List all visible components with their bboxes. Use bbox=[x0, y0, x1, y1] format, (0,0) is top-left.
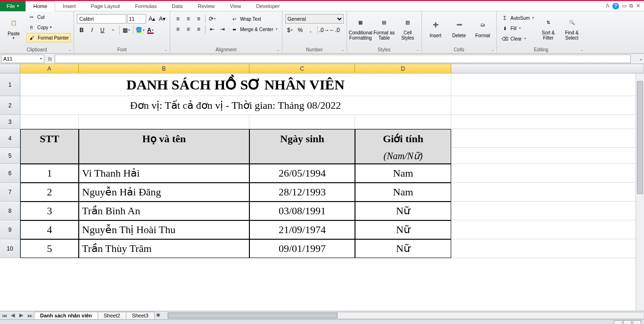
cell-stt[interactable]: 2 bbox=[20, 183, 79, 202]
header-gender-sub[interactable]: (Nam/Nữ) bbox=[355, 148, 451, 164]
format-painter-button[interactable]: 🖌Format Painter bbox=[26, 33, 71, 42]
horizontal-scrollbar[interactable] bbox=[167, 312, 644, 319]
merge-center-button[interactable]: ⬌Merge & Center bbox=[229, 24, 279, 34]
cell-styles-button[interactable]: ▧Cell Styles bbox=[397, 12, 419, 43]
header-dob-2[interactable] bbox=[249, 148, 355, 164]
delete-cells-button[interactable]: ➖Delete bbox=[448, 12, 470, 43]
normal-view-icon[interactable] bbox=[614, 320, 622, 324]
tab-developer[interactable]: Developer bbox=[248, 1, 287, 11]
sheet-nav-prev[interactable]: ◀ bbox=[8, 312, 17, 318]
cell-name[interactable]: Trần Bình An bbox=[79, 202, 249, 220]
name-box[interactable]: A11 bbox=[1, 55, 44, 63]
increase-decimal-icon[interactable]: .0→ bbox=[320, 25, 329, 35]
format-as-table-button[interactable]: ▤Format as Table bbox=[373, 12, 395, 43]
cell-dob[interactable]: 28/12/1993 bbox=[249, 183, 355, 202]
decrease-font-icon[interactable]: A▾ bbox=[157, 14, 167, 24]
conditional-formatting-button[interactable]: ▦Conditional Formatting bbox=[350, 12, 372, 43]
vertical-scrollbar[interactable] bbox=[636, 73, 644, 311]
row-header[interactable]: 4 bbox=[0, 129, 20, 148]
cell[interactable] bbox=[451, 129, 644, 148]
sheet-nav-last[interactable]: ⏭ bbox=[25, 313, 34, 318]
align-bottom-icon[interactable]: ≡ bbox=[194, 14, 203, 24]
align-left-icon[interactable]: ≡ bbox=[173, 24, 182, 34]
tab-view[interactable]: View bbox=[223, 1, 249, 11]
worksheet-grid[interactable]: A B C D 1 DANH SÁCH HỒ SƠ NHÂN VIÊN 2 Đơ… bbox=[0, 64, 644, 311]
title-cell[interactable]: DANH SÁCH HỒ SƠ NHÂN VIÊN bbox=[20, 73, 451, 96]
header-name-2[interactable] bbox=[79, 148, 249, 164]
tab-review[interactable]: Review bbox=[190, 1, 222, 11]
clear-button[interactable]: ⌫Clear bbox=[500, 34, 536, 43]
tab-data[interactable]: Data bbox=[164, 1, 190, 11]
cell-stt[interactable]: 3 bbox=[20, 202, 79, 220]
cell[interactable] bbox=[451, 115, 644, 129]
number-format-select[interactable]: General bbox=[285, 14, 344, 24]
cell-dob[interactable]: 21/09/1974 bbox=[249, 220, 355, 239]
tab-page-layout[interactable]: Page Layout bbox=[83, 1, 128, 11]
row-header[interactable]: 3 bbox=[0, 115, 20, 129]
fill-button[interactable]: ⬇Fill bbox=[500, 24, 536, 33]
row-header[interactable]: 6 bbox=[0, 164, 20, 183]
new-sheet-button[interactable]: ✱ bbox=[154, 312, 163, 318]
cell[interactable] bbox=[451, 164, 644, 183]
format-cells-button[interactable]: 🗂Format bbox=[472, 12, 494, 43]
col-header-a[interactable]: A bbox=[20, 64, 79, 73]
expand-formula-bar-icon[interactable]: ⌄ bbox=[637, 56, 644, 62]
cell-stt[interactable]: 5 bbox=[20, 239, 79, 258]
insert-cells-button[interactable]: ➕Insert bbox=[425, 12, 446, 43]
cell[interactable] bbox=[451, 183, 644, 202]
tab-formulas[interactable]: Formulas bbox=[127, 1, 164, 11]
col-header-c[interactable]: C bbox=[249, 64, 355, 73]
wrap-text-button[interactable]: ↩Wrap Text bbox=[229, 14, 279, 24]
select-all-corner[interactable] bbox=[0, 64, 20, 73]
sheet-nav-next[interactable]: ▶ bbox=[17, 312, 25, 318]
page-break-view-icon[interactable] bbox=[633, 320, 641, 324]
page-layout-view-icon[interactable] bbox=[623, 320, 632, 324]
accounting-format-button[interactable]: $ bbox=[285, 25, 295, 35]
comma-format-button[interactable]: , bbox=[306, 25, 315, 35]
cell-name[interactable]: Vi Thanh Hải bbox=[79, 164, 249, 183]
close-icon[interactable]: ✕ bbox=[636, 3, 640, 9]
cell-gender[interactable]: Nữ bbox=[355, 202, 451, 220]
tab-insert[interactable]: Insert bbox=[55, 1, 83, 11]
border-button[interactable]: ▦ bbox=[122, 25, 131, 35]
cell-gender[interactable]: Nam bbox=[355, 164, 451, 183]
align-center-icon[interactable]: ≡ bbox=[183, 24, 193, 34]
sheet-tab-3[interactable]: Sheet3 bbox=[126, 312, 155, 319]
percent-format-button[interactable]: % bbox=[296, 25, 305, 35]
row-header[interactable]: 8 bbox=[0, 202, 20, 220]
cell-stt[interactable]: 1 bbox=[20, 164, 79, 183]
underline-dropdown[interactable] bbox=[108, 25, 117, 35]
header-gender[interactable]: Giới tính bbox=[355, 129, 451, 148]
sheet-nav-first[interactable]: ⏮ bbox=[0, 313, 8, 318]
bold-button[interactable]: B bbox=[77, 25, 86, 35]
cell-dob[interactable]: 03/08/1991 bbox=[249, 202, 355, 220]
paste-button[interactable]: 📋 Paste ▾ bbox=[3, 12, 25, 43]
sheet-tab-1[interactable]: Danh sách nhân viên bbox=[34, 312, 98, 319]
row-header[interactable]: 9 bbox=[0, 220, 20, 239]
col-header-d[interactable]: D bbox=[355, 64, 451, 73]
cell[interactable] bbox=[79, 115, 249, 129]
cell-name[interactable]: Trần Thùy Trâm bbox=[79, 239, 249, 258]
help-icon[interactable]: ? bbox=[612, 3, 619, 9]
cut-button[interactable]: ✂Cut bbox=[26, 12, 71, 22]
decrease-indent-icon[interactable]: ⇤ bbox=[207, 24, 217, 34]
cell[interactable] bbox=[451, 148, 644, 164]
font-name-select[interactable] bbox=[77, 14, 126, 24]
header-stt-2[interactable] bbox=[20, 148, 79, 164]
cell-name[interactable]: Nguyễn Thị Hoài Thu bbox=[79, 220, 249, 239]
cell-gender[interactable]: Nữ bbox=[355, 239, 451, 258]
increase-indent-icon[interactable]: ⇥ bbox=[218, 24, 227, 34]
sort-filter-button[interactable]: ⇅Sort & Filter bbox=[537, 12, 559, 43]
find-select-button[interactable]: 🔍Find & Select bbox=[561, 12, 583, 43]
font-size-select[interactable] bbox=[127, 14, 146, 24]
restore-icon[interactable]: ⧉ bbox=[629, 3, 633, 9]
cell[interactable] bbox=[451, 73, 644, 96]
cell[interactable] bbox=[249, 115, 355, 129]
cell[interactable] bbox=[451, 220, 644, 239]
italic-button[interactable]: I bbox=[87, 25, 97, 35]
cell[interactable] bbox=[355, 115, 451, 129]
header-name[interactable]: Họ và tên bbox=[79, 129, 249, 148]
fill-color-button[interactable]: 🪣 bbox=[135, 25, 145, 35]
autosum-button[interactable]: ΣAutoSum bbox=[500, 13, 536, 23]
row-header[interactable]: 2 bbox=[0, 96, 20, 115]
